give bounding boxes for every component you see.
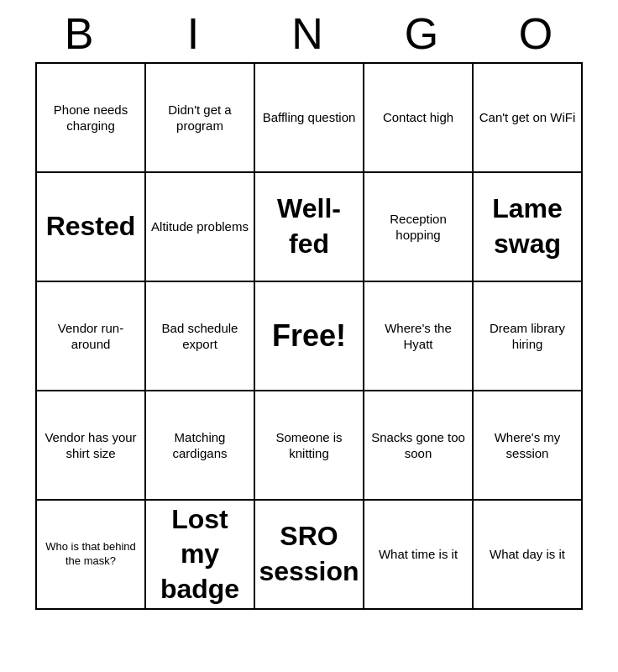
- bingo-cell-19[interactable]: Where's my session: [474, 391, 583, 501]
- bingo-cell-2[interactable]: Baffling question: [255, 64, 364, 173]
- bingo-cell-17[interactable]: Someone is knitting: [255, 391, 364, 501]
- bingo-cell-7[interactable]: Well-fed: [255, 173, 364, 282]
- bingo-letter-g: G: [369, 8, 478, 59]
- bingo-cell-0[interactable]: Phone needs charging: [37, 64, 146, 173]
- bingo-cell-13[interactable]: Where's the Hyatt: [364, 282, 474, 391]
- bingo-cell-14[interactable]: Dream library hiring: [474, 282, 583, 391]
- bingo-cell-23[interactable]: What time is it: [364, 501, 474, 610]
- bingo-header: BINGO: [24, 8, 594, 59]
- bingo-cell-18[interactable]: Snacks gone too soon: [364, 391, 474, 501]
- bingo-grid: Phone needs chargingDidn't get a program…: [35, 62, 583, 610]
- bingo-cell-24[interactable]: What day is it: [474, 501, 583, 610]
- bingo-cell-10[interactable]: Vendor run-around: [37, 282, 146, 391]
- bingo-cell-12[interactable]: Free!: [255, 282, 364, 391]
- bingo-cell-21[interactable]: Lost my badge: [146, 501, 255, 610]
- bingo-cell-3[interactable]: Contact high: [364, 64, 474, 173]
- bingo-cell-8[interactable]: Reception hopping: [364, 173, 474, 282]
- bingo-cell-20[interactable]: Who is that behind the mask?: [37, 501, 146, 610]
- bingo-cell-5[interactable]: Rested: [37, 173, 146, 282]
- bingo-cell-22[interactable]: SRO session: [255, 501, 364, 610]
- bingo-cell-4[interactable]: Can't get on WiFi: [474, 64, 583, 173]
- bingo-cell-1[interactable]: Didn't get a program: [146, 64, 255, 173]
- bingo-cell-9[interactable]: Lame swag: [474, 173, 583, 282]
- bingo-letter-i: I: [140, 8, 249, 59]
- bingo-cell-6[interactable]: Altitude problems: [146, 173, 255, 282]
- bingo-letter-b: B: [26, 8, 135, 59]
- bingo-cell-16[interactable]: Matching cardigans: [146, 391, 255, 501]
- bingo-cell-15[interactable]: Vendor has your shirt size: [37, 391, 146, 501]
- bingo-letter-o: O: [483, 8, 592, 59]
- bingo-cell-11[interactable]: Bad schedule export: [146, 282, 255, 391]
- bingo-letter-n: N: [254, 8, 364, 59]
